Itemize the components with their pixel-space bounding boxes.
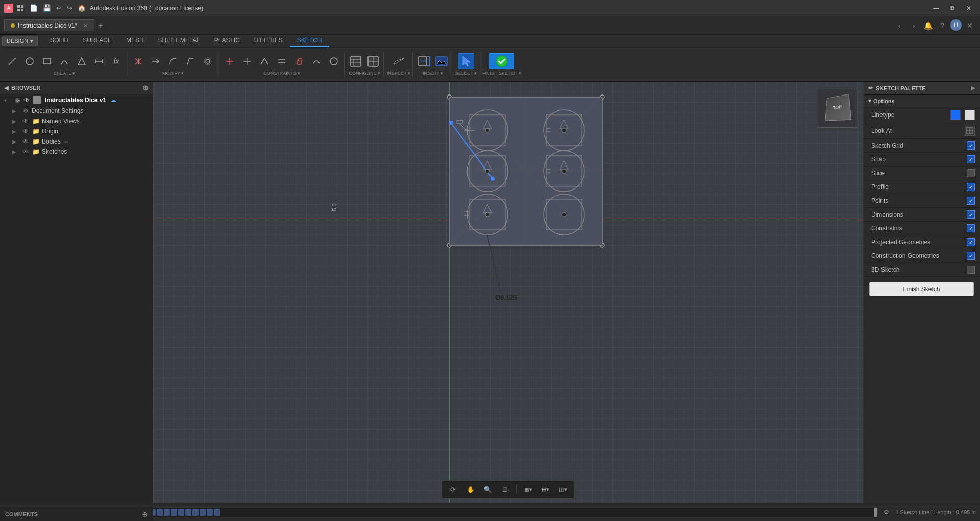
- create-section: fx CREATE ▾: [2, 52, 127, 77]
- dimensions-label: Dimensions: [871, 211, 963, 218]
- trim-tool[interactable]: [130, 53, 146, 69]
- zoom-fit-tool[interactable]: ⊡: [498, 483, 512, 496]
- restore-button[interactable]: ⧉: [945, 3, 960, 14]
- tab-utilities[interactable]: UTILITIES: [247, 35, 290, 47]
- fillet-tool[interactable]: [165, 53, 181, 69]
- new-tab-button[interactable]: +: [94, 19, 107, 32]
- 3d-sketch-checkbox[interactable]: [967, 266, 975, 274]
- nav-back-icon[interactable]: ‹: [893, 19, 905, 32]
- comments-add-button[interactable]: ⊕: [142, 510, 148, 518]
- options-section-header[interactable]: ▾ Options: [863, 95, 980, 107]
- close-tab-icon[interactable]: ✕: [964, 19, 976, 32]
- line-tool[interactable]: [4, 53, 20, 69]
- zoom-tool[interactable]: 🔍: [481, 483, 495, 496]
- tree-item-document-settings[interactable]: ▶ ⚙ Document Settings: [8, 106, 153, 116]
- snap-checkbox[interactable]: [967, 155, 975, 163]
- pip-dot-2: [562, 128, 566, 132]
- tab-mesh[interactable]: MESH: [119, 35, 151, 47]
- linetype-swatch-blue[interactable]: [950, 110, 961, 120]
- projected-geometries-checkbox[interactable]: [967, 238, 975, 246]
- dimension-tool[interactable]: [91, 53, 107, 69]
- points-checkbox[interactable]: [967, 197, 975, 205]
- tree-root-arrow: ▾: [4, 98, 11, 103]
- notification-icon[interactable]: 🔔: [922, 19, 934, 32]
- app-title: Autodesk Fusion 360 (Education License): [90, 5, 925, 12]
- browser-close-icon[interactable]: ⊕: [142, 84, 149, 92]
- tab-sheet-metal[interactable]: SHEET METAL: [151, 35, 207, 47]
- chamfer-tool[interactable]: [182, 53, 199, 69]
- minimize-button[interactable]: —: [929, 3, 943, 14]
- tab-solid[interactable]: SOLID: [43, 35, 76, 47]
- perpendicular-constraint[interactable]: [256, 53, 273, 69]
- design-mode-button[interactable]: DESIGN ▾: [2, 36, 38, 46]
- inspect-tool-1[interactable]: [390, 53, 407, 69]
- lock-constraint[interactable]: [291, 53, 307, 69]
- tree-item-sketches[interactable]: ▶ 👁 📁 Sketches: [8, 147, 153, 157]
- circle-tool[interactable]: [21, 53, 38, 69]
- timeline-end-handle[interactable]: [874, 508, 877, 517]
- configure-tool-1[interactable]: [348, 53, 364, 69]
- arc-tool[interactable]: [56, 53, 72, 69]
- triangle-tool[interactable]: [74, 53, 90, 69]
- redo-icon[interactable]: ↪: [67, 4, 72, 12]
- orbit-tool[interactable]: ⟳: [446, 483, 460, 496]
- finish-sketch-label: FINISH SKETCH: [482, 70, 518, 76]
- file-menu-icon[interactable]: 📄: [30, 4, 38, 12]
- help-icon[interactable]: ?: [936, 19, 948, 32]
- tree-item-origin[interactable]: ▶ 👁 📁 Origin: [8, 126, 153, 136]
- nav-forward-icon[interactable]: ›: [908, 19, 920, 32]
- options-arrow: ▾: [868, 98, 871, 104]
- constraints-checkbox[interactable]: [967, 224, 975, 232]
- look-at-icon[interactable]: [965, 126, 975, 136]
- finish-sketch-button[interactable]: Finish Sketch: [869, 282, 974, 296]
- doc-settings-label: Document Settings: [32, 107, 83, 114]
- constraints-section: CONSTRAINTS ▾: [219, 52, 345, 77]
- equal-constraint[interactable]: [326, 53, 342, 69]
- home-icon[interactable]: 🏠: [78, 4, 86, 12]
- tangent-constraint[interactable]: [308, 53, 325, 69]
- tab-sketch[interactable]: SKETCH: [290, 35, 329, 47]
- viewcube[interactable]: TOP: [817, 87, 857, 128]
- tree-item-named-views[interactable]: ▶ 👁 📁 Named Views: [8, 116, 153, 126]
- insert-image-tool[interactable]: [433, 53, 450, 69]
- tree-item-bodies[interactable]: ▶ 👁 📁 Bodies ↔: [8, 136, 153, 147]
- dimensions-checkbox[interactable]: [967, 210, 975, 219]
- grid-display-tool[interactable]: ⊞▾: [538, 483, 553, 496]
- sketch-canvas[interactable]: [291, 92, 607, 358]
- formula-tool[interactable]: fx: [108, 53, 125, 69]
- settings-icon[interactable]: ⚙: [880, 507, 892, 518]
- construction-geometries-checkbox[interactable]: [967, 252, 975, 260]
- extend-tool[interactable]: [148, 53, 164, 69]
- named-views-label: Named Views: [42, 117, 80, 125]
- user-avatar[interactable]: U: [950, 19, 962, 31]
- undo-icon[interactable]: ↩: [56, 4, 62, 12]
- slice-checkbox[interactable]: [967, 169, 975, 177]
- linetype-swatch-white[interactable]: [965, 110, 975, 120]
- tab-close-button[interactable]: ✕: [83, 22, 88, 29]
- menu-grid-icon[interactable]: [17, 5, 24, 11]
- palette-expand-icon[interactable]: ▶: [971, 85, 975, 91]
- save-icon[interactable]: 💾: [43, 4, 51, 12]
- close-button[interactable]: ✕: [962, 3, 976, 14]
- configure-tool-2[interactable]: [365, 53, 381, 69]
- insert-svg-tool[interactable]: SVG: [416, 53, 432, 69]
- svg-rect-32: [436, 57, 447, 66]
- coincident-constraint[interactable]: [222, 53, 238, 69]
- rectangle-tool[interactable]: [39, 53, 55, 69]
- finish-sketch-tool[interactable]: [489, 53, 514, 69]
- pan-tool[interactable]: ✋: [463, 483, 478, 496]
- select-tool[interactable]: [458, 53, 474, 69]
- document-tab[interactable]: Instructables Dice v1* ✕: [4, 19, 94, 31]
- sketch-grid-checkbox[interactable]: [967, 141, 975, 150]
- canvas-area[interactable]: 5.0: [153, 82, 863, 503]
- tree-root[interactable]: ▾ ◉ 👁 Instructables Dice v1 ☁: [0, 94, 153, 106]
- profile-checkbox[interactable]: [967, 183, 975, 191]
- display-mode-tool[interactable]: ▦▾: [521, 483, 535, 496]
- parallel-constraint[interactable]: [274, 53, 290, 69]
- offset-tool[interactable]: [200, 53, 216, 69]
- tab-surface[interactable]: SURFACE: [76, 35, 119, 47]
- timeline-track[interactable]: [76, 507, 878, 517]
- visual-style-tool[interactable]: ◫▾: [556, 483, 570, 496]
- tab-plastic[interactable]: PLASTIC: [207, 35, 247, 47]
- horizontal-constraint[interactable]: [239, 53, 255, 69]
